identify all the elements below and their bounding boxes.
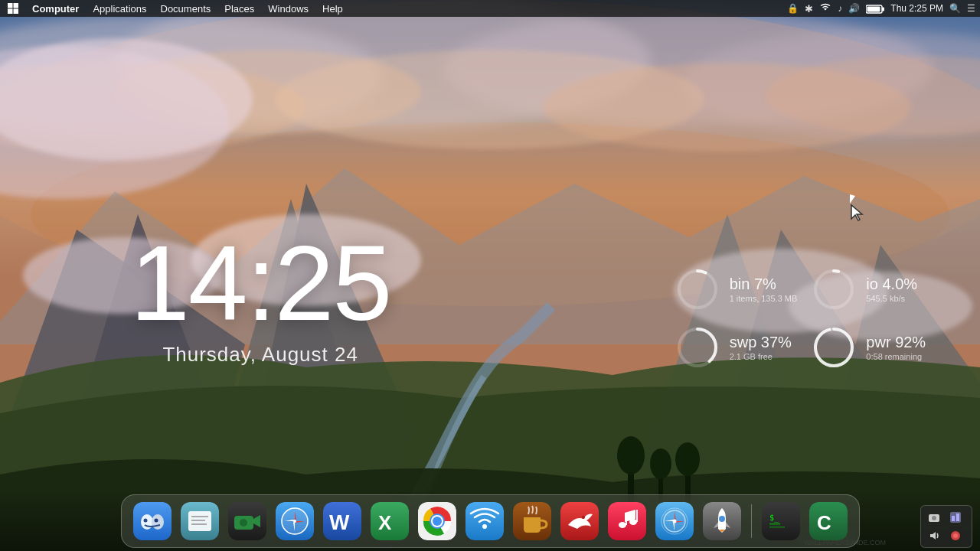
stat-pwr-sub: 0:58 remaining <box>866 352 926 361</box>
svg-marker-111 <box>930 532 936 540</box>
dock-finder[interactable] <box>131 500 174 543</box>
menu-applications[interactable]: Applications <box>87 2 152 16</box>
svg-rect-36 <box>14 9 19 15</box>
svg-rect-56 <box>191 516 208 517</box>
svg-point-51 <box>152 514 164 530</box>
dock-theine[interactable] <box>511 500 554 543</box>
svg-point-113 <box>953 533 958 538</box>
menubar-right: 🔒 ✱ ♪ 🔊 Thu 2:25 PM 🔍 ☰ <box>787 2 975 15</box>
dock-citrix[interactable]: C <box>807 500 850 543</box>
stat-pwr: pwr 92% 0:58 remaining <box>812 326 934 369</box>
search-icon[interactable]: 🔍 <box>949 3 961 14</box>
dock-rocket[interactable] <box>701 500 743 543</box>
svg-rect-80 <box>466 502 504 540</box>
svg-rect-35 <box>8 9 13 15</box>
stat-io-circle <box>812 268 855 311</box>
menu-help[interactable]: Help <box>316 2 349 16</box>
svg-rect-110 <box>956 514 959 521</box>
stat-pwr-circle <box>812 326 855 369</box>
dock-word[interactable]: W <box>321 500 364 543</box>
system-clock: Thu 2:25 PM <box>890 3 943 14</box>
battery-icon[interactable] <box>866 3 884 14</box>
dock-terminal[interactable]: $_ <box>760 500 802 543</box>
tray-area <box>920 505 972 548</box>
stats-container: bin 7% 1 items, 135.3 MB io 4.0% 545.5 k… <box>676 268 934 369</box>
svg-point-47 <box>815 329 852 366</box>
svg-rect-100 <box>762 502 800 540</box>
menubar: Computer Applications Documents Places W… <box>0 0 980 17</box>
svg-point-79 <box>433 517 442 526</box>
tray-icon-sound[interactable] <box>926 527 942 544</box>
tray-icon-record[interactable] <box>947 527 964 544</box>
app-menu-icon[interactable]: ☰ <box>967 3 975 14</box>
svg-rect-39 <box>867 6 880 11</box>
tray-icons-box <box>920 505 972 548</box>
svg-point-97 <box>672 520 676 523</box>
dock-separator <box>751 504 752 538</box>
stat-pwr-label: pwr 92% 0:58 remaining <box>866 334 926 361</box>
stat-swp: swp 37% 2.1 GB free <box>676 326 798 369</box>
dock-notes[interactable] <box>178 500 221 543</box>
dock-chrome[interactable] <box>416 500 459 543</box>
svg-rect-109 <box>952 516 955 521</box>
svg-text:W: W <box>329 510 350 534</box>
bluetooth-icon[interactable]: ✱ <box>805 3 813 15</box>
menu-computer[interactable]: Computer <box>26 2 85 16</box>
dock-inner: W X <box>121 494 860 548</box>
tray-icon-camera[interactable] <box>926 509 942 526</box>
svg-point-81 <box>482 524 487 529</box>
dock: W X <box>0 488 980 551</box>
svg-point-27 <box>617 436 645 474</box>
svg-point-50 <box>141 514 153 530</box>
stat-swp-name: swp 37% <box>730 334 792 350</box>
volume-icon[interactable]: 🔊 <box>848 3 860 14</box>
stat-bin-circle <box>676 268 719 311</box>
svg-text:C: C <box>817 511 831 534</box>
svg-text:$_: $_ <box>769 514 779 523</box>
audio-icon[interactable]: ♪ <box>838 3 842 14</box>
stat-swp-circle <box>676 326 719 369</box>
windows-logo-icon[interactable] <box>5 0 21 17</box>
desktop-date-display: Thursday, August 24 <box>130 343 390 367</box>
dock-mikutter[interactable] <box>558 500 601 543</box>
menu-places[interactable]: Places <box>218 2 260 16</box>
svg-rect-102 <box>769 523 780 525</box>
svg-point-99 <box>719 516 725 522</box>
dock-safari[interactable] <box>653 500 696 543</box>
svg-point-87 <box>629 519 637 525</box>
svg-point-70 <box>293 520 296 523</box>
svg-point-84 <box>582 516 585 519</box>
stat-pwr-name: pwr 92% <box>866 334 926 350</box>
dock-facetime[interactable] <box>226 500 269 543</box>
svg-rect-34 <box>14 3 19 8</box>
stat-io: io 4.0% 545.5 kb/s <box>812 268 934 311</box>
stat-bin-label: bin 7% 1 items, 135.3 MB <box>730 276 798 303</box>
stat-io-label: io 4.0% 545.5 kb/s <box>866 276 917 303</box>
dock-safari-blue[interactable] <box>273 500 316 543</box>
menu-documents[interactable]: Documents <box>155 2 217 16</box>
desktop-time-display: 14:25 <box>130 230 390 337</box>
svg-rect-58 <box>191 523 207 525</box>
stat-io-sub: 545.5 kb/s <box>866 294 917 303</box>
dock-music[interactable] <box>606 500 648 543</box>
lock-icon[interactable]: 🔒 <box>787 3 799 14</box>
svg-rect-57 <box>191 520 205 521</box>
wifi-status-icon[interactable] <box>819 2 831 15</box>
stat-bin: bin 7% 1 items, 135.3 MB <box>676 268 798 311</box>
stat-bin-sub: 1 items, 135.3 MB <box>730 294 798 303</box>
dock-wifi[interactable] <box>463 500 506 543</box>
stat-swp-label: swp 37% 2.1 GB free <box>730 334 792 361</box>
menubar-left: Computer Applications Documents Places W… <box>5 0 787 17</box>
stat-bin-name: bin 7% <box>730 276 798 292</box>
svg-point-86 <box>619 522 626 528</box>
svg-point-31 <box>675 442 700 476</box>
svg-text:X: X <box>378 511 392 534</box>
menu-windows[interactable]: Windows <box>262 2 315 16</box>
svg-point-53 <box>154 519 158 523</box>
tray-icon-network[interactable] <box>947 509 964 526</box>
dock-excel[interactable]: X <box>368 500 411 543</box>
svg-point-52 <box>143 519 147 523</box>
svg-rect-103 <box>769 527 785 528</box>
svg-point-42 <box>815 271 852 308</box>
svg-point-62 <box>240 519 247 527</box>
